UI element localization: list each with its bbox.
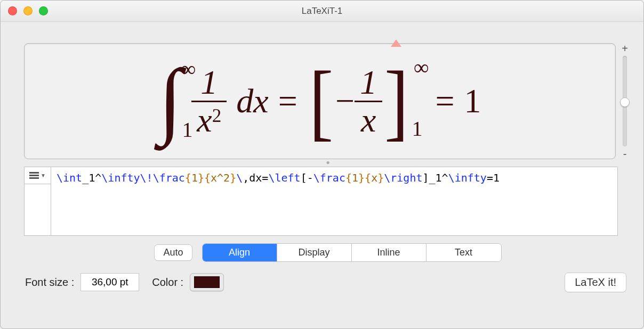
zoom-slider-thumb[interactable] bbox=[620, 97, 630, 107]
integral-upper-limit: ∞ bbox=[181, 59, 196, 80]
source-token: \int bbox=[57, 171, 82, 184]
preview-box[interactable]: ∫ ∞ 1 1 x2 dx = [ − bbox=[24, 43, 616, 159]
app-window: LaTeXiT-1 ∫ ∞ 1 1 x2 bbox=[0, 0, 644, 329]
source-token: { bbox=[185, 171, 191, 184]
rendered-equation: ∫ ∞ 1 1 x2 dx = [ − bbox=[158, 59, 481, 144]
source-token: 1 bbox=[352, 171, 358, 184]
latex-it-button[interactable]: LaTeX it! bbox=[565, 273, 626, 292]
fraction-1-num: 1 bbox=[195, 64, 223, 101]
source-token: \right bbox=[384, 171, 422, 184]
bracket-lower-limit: 1 bbox=[412, 118, 422, 139]
fraction-1-den: x2 bbox=[191, 102, 227, 138]
content-area: ∫ ∞ 1 1 x2 dx = [ − bbox=[1, 22, 643, 328]
result-value: 1 bbox=[464, 84, 481, 118]
color-well[interactable] bbox=[190, 273, 224, 291]
fraction-1-den-base: x bbox=[197, 101, 212, 139]
equals-2: = bbox=[435, 84, 454, 118]
fraction-2: 1 x bbox=[355, 64, 382, 138]
window-title: LaTeXiT-1 bbox=[1, 6, 643, 17]
mode-row: Auto AlignDisplayInlineText bbox=[24, 243, 632, 262]
minimize-window-button[interactable] bbox=[23, 6, 33, 15]
color-swatch-icon bbox=[194, 276, 220, 288]
baseline-marker-icon bbox=[391, 39, 401, 47]
color-label: Color : bbox=[152, 276, 183, 289]
source-token: { bbox=[345, 171, 352, 184]
splitter-handle[interactable]: ● bbox=[24, 159, 632, 167]
mode-tab-align[interactable]: Align bbox=[203, 244, 277, 261]
integral-sign-icon: ∫ bbox=[158, 52, 182, 146]
fraction-1-den-exp: 2 bbox=[212, 105, 222, 126]
mode-segmented-control: AlignDisplayInlineText bbox=[202, 243, 502, 262]
bottom-bar: Font size : Color : LaTeX it! bbox=[24, 262, 632, 302]
right-bracket-icon: ] bbox=[384, 67, 408, 135]
mode-tab-text[interactable]: Text bbox=[426, 244, 501, 261]
preview-row: ∫ ∞ 1 1 x2 dx = [ − bbox=[24, 43, 632, 159]
source-token: } bbox=[377, 171, 384, 184]
mode-tab-inline[interactable]: Inline bbox=[352, 244, 426, 261]
source-token: 1 bbox=[191, 171, 198, 184]
menu-icon bbox=[29, 171, 39, 180]
source-token: x bbox=[371, 171, 377, 184]
mode-tab-display[interactable]: Display bbox=[277, 244, 352, 261]
font-size-input[interactable] bbox=[80, 273, 139, 291]
source-token: _1^ bbox=[82, 171, 101, 184]
source-token: ]_1^ bbox=[422, 171, 448, 184]
titlebar: LaTeXiT-1 bbox=[1, 1, 643, 22]
source-token: }{ bbox=[198, 171, 211, 184]
dx: dx bbox=[236, 84, 268, 118]
source-token: \ bbox=[236, 171, 243, 184]
equals-1: = bbox=[278, 84, 297, 118]
source-token: \left bbox=[268, 171, 300, 184]
zoom-window-button[interactable] bbox=[39, 6, 48, 15]
zoom-in-button[interactable]: + bbox=[622, 43, 628, 54]
zoom-slider: + - bbox=[618, 43, 632, 159]
source-token: \infty bbox=[448, 171, 487, 184]
integral-lower-limit: 1 bbox=[182, 119, 192, 141]
minus-sign: − bbox=[335, 84, 355, 118]
source-token: }{ bbox=[358, 171, 371, 184]
left-bracket-icon: [ bbox=[309, 67, 333, 135]
source-textarea[interactable]: \int_1^\infty\!\frac{1}{x^2}\,dx=\left[-… bbox=[51, 167, 617, 235]
fraction-2-den: x bbox=[356, 102, 381, 138]
editor-gutter: ▼ bbox=[25, 167, 51, 235]
editor-menu-button[interactable]: ▼ bbox=[25, 167, 51, 184]
source-token: ,dx= bbox=[243, 171, 268, 184]
auto-button[interactable]: Auto bbox=[154, 244, 192, 261]
fraction-2-num: 1 bbox=[355, 64, 382, 101]
zoom-out-button[interactable]: - bbox=[623, 149, 627, 159]
source-token: x^2 bbox=[211, 171, 230, 184]
zoom-slider-track[interactable] bbox=[623, 56, 627, 146]
source-token: =1 bbox=[487, 171, 500, 184]
fraction-1: 1 x2 bbox=[191, 64, 227, 138]
source-token: } bbox=[230, 171, 236, 184]
source-token: \infty\!\frac bbox=[101, 171, 185, 184]
chevron-down-icon: ▼ bbox=[41, 172, 46, 178]
bracket-upper-limit: ∞ bbox=[414, 57, 429, 78]
window-controls bbox=[8, 6, 48, 15]
bracket-expression: [ − 1 x ] ∞ 1 bbox=[307, 64, 411, 138]
close-window-button[interactable] bbox=[8, 6, 17, 15]
font-size-label: Font size : bbox=[25, 276, 74, 289]
integral-symbol: ∫ ∞ 1 bbox=[158, 59, 182, 144]
source-token: [- bbox=[301, 171, 313, 184]
source-token: \frac bbox=[313, 171, 345, 184]
source-editor: ▼ \int_1^\infty\!\frac{1}{x^2}\,dx=\left… bbox=[24, 167, 618, 236]
